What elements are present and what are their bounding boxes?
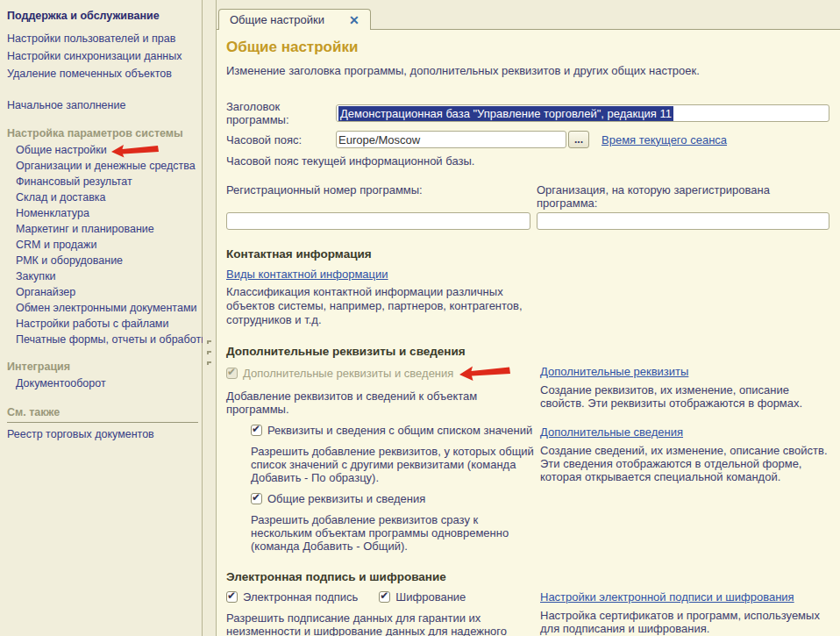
- signature-right-column: Настройки электронной подписи и шифрован…: [540, 590, 829, 636]
- sidebar-item-file-settings[interactable]: Настройки работы с файлами: [7, 316, 198, 332]
- page-subtitle: Изменение заголовка программы, дополните…: [226, 64, 829, 77]
- sidebar-item-organizations[interactable]: Организации и денежные средства: [7, 158, 198, 174]
- sidebar-item-financial-result[interactable]: Финансовый результат: [7, 174, 198, 189]
- contact-section-header: Контактная информация: [226, 247, 829, 261]
- electronic-signature-checkbox-label[interactable]: Электронная подпись: [243, 590, 358, 604]
- signature-hint: Разрешить подписание данных для гарантии…: [226, 611, 537, 636]
- additional-main-hint: Добавление реквизитов и сведений к объек…: [226, 389, 537, 416]
- sidebar-group-support: Настройки пользователей и прав Настройки…: [7, 30, 198, 82]
- additional-section-grid: Дополнительные реквизиты и сведения Доба…: [226, 365, 829, 553]
- sidebar-item-document-flow[interactable]: Документооборот: [7, 375, 198, 391]
- reg-org-label: Организация, на которую зарегистрирована…: [537, 183, 829, 210]
- timezone-hint: Часовой пояс текущей информационной базы…: [226, 154, 829, 168]
- sidebar-group-integration: Документооборот: [7, 375, 198, 391]
- additional-attrs-hint: Создание реквизитов, их изменение, описа…: [540, 383, 829, 410]
- additional-left-column: Дополнительные реквизиты и сведения Доба…: [226, 365, 537, 553]
- encryption-checkbox[interactable]: [379, 591, 390, 603]
- common-list-checkbox-row: Реквизиты и сведения с общим списком зна…: [251, 424, 537, 437]
- common-attrs-checkbox[interactable]: [251, 493, 262, 504]
- timezone-picker-button[interactable]: ...: [568, 131, 589, 148]
- common-attrs-checkbox-row: Общие реквизиты и сведения: [251, 492, 537, 505]
- signature-settings-hint: Настройка сертификатов и программ, испол…: [540, 609, 829, 635]
- sidebar-section-system-params-header: Настройка параметров системы: [7, 126, 198, 140]
- additional-right-column: Дополнительные реквизиты Создание реквиз…: [540, 365, 829, 553]
- encryption-checkbox-label[interactable]: Шифрование: [395, 590, 466, 604]
- page-title: Общие настройки: [226, 39, 829, 56]
- tab-general-settings[interactable]: Общие настройки ✕: [218, 9, 371, 30]
- app-title-row: Заголовок программы: Демонстрационная ба…: [226, 100, 829, 126]
- common-list-checkbox[interactable]: [251, 425, 262, 436]
- contact-kinds-link[interactable]: Виды контактной информации: [226, 268, 388, 281]
- session-time-link[interactable]: Время текущего сеанса: [602, 133, 727, 146]
- sidebar-group-see-also: Реестр торговых документов: [7, 426, 198, 442]
- signature-section-grid: Электронная подпись Шифрование Разрешить…: [226, 583, 829, 636]
- sidebar-item-print-forms-reports[interactable]: Печатные формы, отчеты и обработки: [7, 332, 198, 347]
- common-attrs-hint: Разрешить добавление реквизитов сразу к …: [251, 513, 537, 553]
- sidebar-item-general-settings-label: Общие настройки: [16, 144, 107, 156]
- registration-block: Регистрационный номер программы: Организ…: [226, 183, 829, 230]
- tab-label: Общие настройки: [230, 13, 324, 26]
- additional-attrs-link[interactable]: Дополнительные реквизиты: [540, 365, 688, 378]
- sidebar-item-purchases[interactable]: Закупки: [7, 268, 198, 284]
- additional-info-link[interactable]: Дополнительные сведения: [540, 425, 683, 439]
- settings-panel: Общие настройки Изменение заголовка прог…: [217, 29, 840, 636]
- app-title-input[interactable]: Демонстрационная база "Управление торгов…: [336, 104, 829, 122]
- sidebar-item-trade-documents-register[interactable]: Реестр торговых документов: [7, 426, 198, 442]
- additional-main-checkbox: [226, 368, 238, 379]
- app-title-selected-text: Демонстрационная база "Управление торгов…: [338, 106, 673, 121]
- sidebar-item-data-sync[interactable]: Настройки синхронизации данных: [7, 47, 198, 65]
- close-icon[interactable]: ✕: [349, 14, 359, 26]
- splitter-grip-icon: [207, 340, 211, 372]
- sidebar-section-integration-header: Интеграция: [7, 360, 198, 374]
- timezone-value: Europe/Moscow: [338, 133, 420, 146]
- additional-main-checkbox-row: Дополнительные реквизиты и сведения: [226, 365, 537, 382]
- sidebar-item-crm-sales[interactable]: CRM и продажи: [7, 237, 198, 253]
- sidebar-section-support-header: Поддержка и обслуживание: [7, 9, 198, 23]
- additional-info-hint: Создание сведений, их изменение, описани…: [540, 444, 829, 483]
- sidebar-item-users-rights[interactable]: Настройки пользователей и прав: [7, 30, 198, 47]
- additional-section-header: Дополнительные реквизиты и сведения: [226, 345, 829, 358]
- reg-number-label: Регистрационный номер программы:: [226, 183, 530, 210]
- ellipsis-icon: ...: [574, 133, 583, 146]
- additional-main-checkbox-label: Дополнительные реквизиты и сведения: [243, 367, 453, 380]
- app-title-label: Заголовок программы:: [226, 100, 336, 126]
- sidebar-group-initial: Начальное заполнение: [7, 96, 198, 114]
- contact-description: Классификация контактной информации разл…: [226, 285, 529, 327]
- sidebar: Поддержка и обслуживание Настройки польз…: [0, 0, 203, 636]
- sidebar-item-delete-marked[interactable]: Удаление помеченных объектов: [7, 65, 198, 82]
- sidebar-item-edi-exchange[interactable]: Обмен электронными документами: [7, 300, 198, 316]
- timezone-row: Часовой пояс: Europe/Moscow ... Время те…: [226, 131, 829, 148]
- sidebar-item-warehouse-delivery[interactable]: Склад и доставка: [7, 189, 198, 205]
- red-arrow-icon: [459, 365, 511, 382]
- common-attrs-checkbox-label[interactable]: Общие реквизиты и сведения: [267, 492, 425, 505]
- tab-bar: Общие настройки ✕: [217, 0, 840, 29]
- sidebar-item-general-settings[interactable]: Общие настройки: [7, 142, 198, 158]
- timezone-input[interactable]: Europe/Moscow: [336, 131, 566, 148]
- signature-section-header: Электронная подпись и шифрование: [226, 570, 829, 583]
- common-list-checkbox-label[interactable]: Реквизиты и сведения с общим списком зна…: [267, 424, 532, 437]
- sidebar-item-initial-fill[interactable]: Начальное заполнение: [7, 96, 198, 114]
- signature-checkboxes-row: Электронная подпись Шифрование: [226, 590, 537, 604]
- main-area: Общие настройки ✕ Общие настройки Измене…: [216, 0, 840, 636]
- reg-org-input[interactable]: [537, 212, 829, 230]
- timezone-label: Часовой пояс:: [226, 133, 336, 146]
- electronic-signature-checkbox[interactable]: [226, 591, 238, 603]
- reg-number-input[interactable]: [226, 212, 530, 230]
- additional-info-block: Дополнительные сведения Создание сведени…: [540, 425, 829, 483]
- sidebar-item-marketing-planning[interactable]: Маркетинг и планирование: [7, 221, 198, 237]
- sidebar-item-nomenclature[interactable]: Номенклатура: [7, 205, 198, 221]
- red-arrow-icon: [110, 144, 160, 158]
- sidebar-item-organizer[interactable]: Органайзер: [7, 284, 198, 300]
- sidebar-splitter[interactable]: [203, 0, 216, 636]
- sidebar-group-system-params: Общие настройки Организации и денежные с…: [7, 142, 198, 347]
- common-list-hint: Разрешить добавление реквизитов, у котор…: [251, 445, 537, 484]
- sidebar-item-pos-equipment[interactable]: РМК и оборудование: [7, 253, 198, 268]
- signature-settings-link[interactable]: Настройки электронной подписи и шифрован…: [540, 590, 794, 604]
- app-window: Поддержка и обслуживание Настройки польз…: [0, 0, 840, 636]
- signature-left-column: Электронная подпись Шифрование Разрешить…: [226, 583, 537, 636]
- sidebar-section-see-also-header: См. также: [7, 405, 198, 423]
